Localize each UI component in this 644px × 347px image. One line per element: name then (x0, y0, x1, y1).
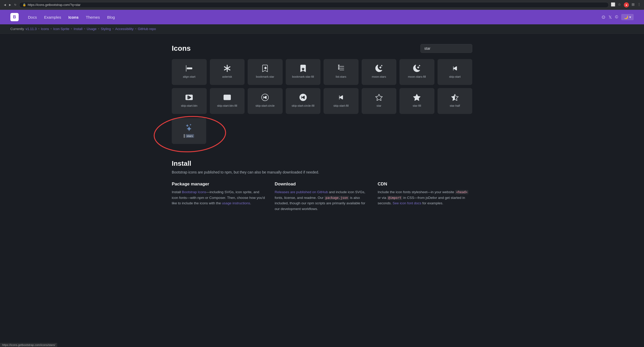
icon-font-docs-link[interactable]: See icon font docs (392, 201, 421, 205)
twitter-icon[interactable]: 𝕏 (609, 15, 612, 20)
menu-icon[interactable]: ⋮ (637, 2, 641, 8)
icon-bookmark-star-fill[interactable]: bookmark-star-fill (286, 59, 321, 85)
search-input[interactable] (420, 44, 472, 53)
sep7: • (135, 27, 136, 31)
browser-bar: ◀ ▶ ↻ 🔒 https://icons.getbootstrap.com/?… (0, 0, 644, 10)
icon-align-start[interactable]: align-start (172, 59, 207, 85)
icon-skip-start-circle-fill[interactable]: skip-start-circle-fill (286, 88, 321, 114)
subnav-current-label: Currently (10, 27, 24, 31)
align-start-icon (185, 64, 193, 73)
skip-start-circle-icon (261, 93, 269, 102)
icon-moon-stars-fill-label: moon-stars-fill (408, 75, 426, 78)
icon-skip-start-btn-label: skip-start-btn (181, 104, 197, 107)
github-icon[interactable]: ⊙ (602, 14, 605, 20)
cast-icon[interactable]: ⬜ (611, 2, 615, 8)
install-section: Install Bootstrap icons are published to… (172, 160, 472, 212)
icon-list-stars[interactable]: list-stars (324, 59, 359, 85)
forward-button[interactable]: ▶ (8, 3, 12, 7)
icon-list-stars-label: list-stars (336, 75, 346, 78)
icon-skip-start-fill-label: skip-start-fill (333, 104, 349, 107)
subnav-version[interactable]: v1.11.3 (26, 27, 37, 31)
icon-skip-start-btn[interactable]: skip-start-btn (172, 88, 207, 114)
package-manager-title: Package manager (172, 182, 266, 187)
icon-align-start-label: align-start (183, 75, 195, 78)
install-columns: Package manager Install Bootstrap Icons—… (172, 182, 472, 212)
icon-asterisk[interactable]: asterisk (210, 59, 245, 85)
subnav-usage[interactable]: Usage (87, 27, 97, 31)
icon-stars[interactable]: stars (172, 118, 206, 144)
package-json-code: package.json (324, 196, 349, 200)
subnav-styling[interactable]: Styling (101, 27, 111, 31)
icon-skip-start-fill[interactable]: skip-start-fill (324, 88, 359, 114)
moon-stars-fill-icon (413, 64, 421, 73)
theme-toggle[interactable]: 🌙 ▾ (621, 14, 634, 20)
icon-star-fill[interactable]: star-fill (399, 88, 434, 114)
stars-icon (185, 123, 193, 132)
nav-blog[interactable]: Blog (104, 13, 118, 21)
icons-title: Icons (172, 44, 191, 53)
asterisk-icon (223, 64, 231, 73)
icon-skip-start-circle-label: skip-start-circle (255, 104, 275, 107)
bookmark-star-icon (261, 64, 269, 73)
icon-star-label: star (377, 104, 381, 107)
icon-grid: align-start asterisk bookmark-star (172, 59, 472, 114)
icon-skip-start-circle-fill-label: skip-start-circle-fill (292, 104, 314, 107)
sub-nav: Currently v1.11.3 • Icons • Icon Sprite … (0, 24, 644, 34)
icon-star-half[interactable]: star-half (438, 88, 473, 114)
nav-icons[interactable]: Icons (65, 13, 82, 21)
bookmark-icon[interactable]: ☆ (618, 2, 621, 8)
usage-instructions-link[interactable]: usage instructions (222, 201, 250, 205)
skip-start-circle-fill-icon (299, 93, 307, 102)
icon-star-half-label: star-half (450, 104, 460, 107)
subnav-github-repo[interactable]: GitHub repo (138, 27, 156, 31)
icon-skip-start-btn-fill[interactable]: skip-start-btn-fill (210, 88, 245, 114)
profile-icon[interactable]: ● (624, 2, 629, 8)
skip-start-btn-icon (185, 93, 193, 102)
cdn-text: Include the icon fonts stylesheet—in you… (378, 189, 472, 206)
refresh-button[interactable]: ↻ (13, 3, 17, 7)
icon-stars-label: stars (185, 134, 194, 138)
nav-examples[interactable]: Examples (41, 13, 64, 21)
sep5: • (98, 27, 99, 31)
icon-moon-stars-label: moon-stars (372, 75, 386, 78)
releases-github-link[interactable]: Releases are published on GitHub (275, 190, 328, 194)
icon-bookmark-star-fill-label: bookmark-star-fill (292, 75, 314, 78)
bootstrap-icons-link[interactable]: Bootstrap Icons (182, 190, 206, 194)
list-stars-icon (337, 64, 345, 73)
install-col-download: Download Releases are published on GitHu… (275, 182, 369, 212)
icon-moon-stars[interactable]: moon-stars (362, 59, 397, 85)
url-bar[interactable]: 🔒 https://icons.getbootstrap.com/?q=star (19, 2, 609, 8)
icons-header: Icons (172, 44, 472, 53)
url-text: https://icons.getbootstrap.com/?q=star (28, 3, 81, 7)
subnav-icons[interactable]: Icons (41, 27, 49, 31)
sep4: • (84, 27, 85, 31)
nav-docs[interactable]: Docs (25, 13, 40, 21)
extensions-icon[interactable]: ⊞ (632, 2, 635, 8)
lock-icon: 🔒 (23, 3, 26, 6)
sep3: • (71, 27, 72, 31)
icon-skip-start[interactable]: skip-start (438, 59, 473, 85)
icon-asterisk-label: asterisk (222, 75, 232, 78)
import-code: @import (387, 196, 402, 200)
cdn-title: CDN (378, 182, 472, 187)
subnav-accessibility[interactable]: Accessibility (115, 27, 134, 31)
nav-right: ⊙ 𝕏 © 🌙 ▾ (602, 14, 634, 20)
nav-themes[interactable]: Themes (83, 13, 103, 21)
star-fill-icon (413, 93, 421, 102)
install-col-package: Package manager Install Bootstrap Icons—… (172, 182, 266, 212)
icon-moon-stars-fill[interactable]: moon-stars-fill (399, 59, 434, 85)
subnav-icon-sprite[interactable]: Icon Sprite (53, 27, 69, 31)
icon-skip-start-circle[interactable]: skip-start-circle (248, 88, 283, 114)
package-manager-text: Install Bootstrap Icons—including SVGs, … (172, 189, 266, 206)
back-button[interactable]: ◀ (3, 3, 7, 7)
icon-bookmark-star[interactable]: bookmark-star (248, 59, 283, 85)
install-title: Install (172, 160, 472, 168)
head-code: <head> (455, 190, 468, 194)
icon-star[interactable]: star (362, 88, 397, 114)
logo-letter: B (13, 15, 16, 19)
bootstrap-logo[interactable]: B (10, 13, 19, 21)
skip-start-fill-icon (337, 93, 345, 102)
slack-icon[interactable]: © (615, 15, 618, 19)
subnav-install[interactable]: Install (74, 27, 82, 31)
top-nav: B Docs Examples Icons Themes Blog ⊙ 𝕏 © … (0, 10, 644, 24)
